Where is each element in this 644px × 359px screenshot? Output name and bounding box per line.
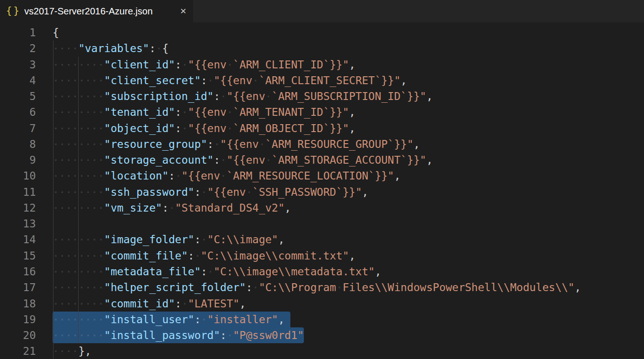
line-number[interactable]: 8 — [0, 136, 53, 152]
code-line[interactable]: 18········"commit_id":·"LATEST", — [0, 296, 644, 312]
code-line[interactable]: 6········"tenant_id":·"{{env·`ARM_TENANT… — [0, 104, 644, 120]
code-line-content: ········"commit_id":·"LATEST", — [53, 296, 246, 312]
code-line-content: ········"tenant_id":·"{{env·`ARM_TENANT_… — [53, 104, 356, 120]
tab-bar: {} vs2017-Server2016-Azure.json ✕ — [0, 0, 644, 22]
code-line-content: ········"storage_account":·"{{env·`ARM_S… — [53, 152, 433, 168]
code-line-content: ········"location":·"{{env·`ARM_RESOURCE… — [53, 168, 401, 184]
code-line[interactable]: 20········"install_password":·"P@ssw0rd1… — [0, 327, 644, 343]
code-line[interactable]: 11········"ssh_password":·"{{env·`SSH_PA… — [0, 184, 644, 200]
code-line-content: ········"resource_group":·"{{env·`ARM_RE… — [53, 136, 420, 152]
code-editor[interactable]: 1{2····"variables":·{3········"client_id… — [0, 22, 644, 359]
code-line-content: ········"image_folder":·"C:\\image", — [53, 232, 285, 247]
code-line-content: { — [53, 25, 59, 40]
code-line-content: ········"subscription_id":·"{{env·`ARM_S… — [53, 88, 433, 104]
code-line-content: ········"metadata_file":·"C:\\image\\met… — [53, 264, 381, 279]
code-line[interactable]: 3········"client_id":·"{{env·`ARM_CLIENT… — [0, 57, 644, 73]
tab-vs2017-server2016-azure-json[interactable]: {} vs2017-Server2016-Azure.json ✕ — [0, 0, 193, 22]
code-line[interactable]: 1{ — [0, 25, 644, 40]
code-line-content: ········"commit_file":·"C:\\image\\commi… — [53, 248, 356, 264]
code-line-content: ········"install_password":·"P@ssw0rd1" — [53, 327, 304, 343]
line-number[interactable]: 10 — [0, 168, 53, 184]
code-line[interactable]: 5········"subscription_id":·"{{env·`ARM_… — [0, 88, 644, 104]
line-number[interactable]: 18 — [0, 296, 53, 312]
line-number[interactable]: 2 — [0, 40, 53, 56]
code-line[interactable]: 15········"commit_file":·"C:\\image\\com… — [0, 248, 644, 264]
code-line-content: ········"ssh_password":·"{{env·`SSH_PASS… — [53, 184, 369, 200]
code-line[interactable]: 19········"install_user":·"installer", — [0, 312, 644, 327]
indent-guide-level-1 — [53, 40, 54, 359]
code-line[interactable]: 16········"metadata_file":·"C:\\image\\m… — [0, 264, 644, 279]
code-line-content: ········"install_user":·"installer", — [53, 312, 290, 327]
line-number[interactable]: 12 — [0, 200, 53, 216]
line-number[interactable]: 21 — [0, 343, 53, 359]
line-number[interactable]: 1 — [0, 25, 53, 40]
line-number[interactable]: 20 — [0, 327, 53, 343]
line-number[interactable]: 4 — [0, 73, 53, 88]
code-line-content: ········"client_id":·"{{env·`ARM_CLIENT_… — [53, 57, 356, 73]
line-number[interactable]: 3 — [0, 57, 53, 73]
line-number[interactable]: 16 — [0, 264, 53, 279]
code-line-content: ····"variables":·{ — [53, 40, 168, 56]
code-line-content: ········"object_id":·"{{env·`ARM_OBJECT_… — [53, 120, 356, 136]
code-area[interactable]: 1{2····"variables":·{3········"client_id… — [0, 22, 644, 359]
code-line[interactable]: 12········"vm_size":·"Standard_DS4_v2", — [0, 200, 644, 216]
code-line[interactable]: 14········"image_folder":·"C:\\image", — [0, 232, 644, 247]
line-number[interactable]: 6 — [0, 104, 53, 120]
code-line[interactable]: 9········"storage_account":·"{{env·`ARM_… — [0, 152, 644, 168]
indent-guide-level-2 — [78, 57, 79, 344]
line-number[interactable]: 7 — [0, 120, 53, 136]
code-line[interactable]: 13 — [0, 216, 644, 232]
code-line[interactable]: 17········"helper_script_folder":·"C:\\P… — [0, 279, 644, 295]
code-line-content: ········"vm_size":·"Standard_DS4_v2", — [53, 200, 291, 216]
vscode-window: {} vs2017-Server2016-Azure.json ✕ 1{2···… — [0, 0, 644, 359]
selection-highlight: ········"install_user":·"installer", — [53, 312, 290, 327]
close-icon[interactable]: ✕ — [180, 7, 187, 16]
selection-highlight: ········"install_password":·"P@ssw0rd1" — [53, 327, 304, 343]
code-line[interactable]: 8········"resource_group":·"{{env·`ARM_R… — [0, 136, 644, 152]
json-file-icon: {} — [6, 6, 20, 16]
code-line[interactable]: 10········"location":·"{{env·`ARM_RESOUR… — [0, 168, 644, 184]
tab-title: vs2017-Server2016-Azure.json — [24, 6, 153, 17]
code-line[interactable]: 7········"object_id":·"{{env·`ARM_OBJECT… — [0, 120, 644, 136]
line-number[interactable]: 11 — [0, 184, 53, 200]
code-line-content: ····}, — [53, 343, 91, 359]
code-line[interactable]: 2····"variables":·{ — [0, 40, 644, 56]
line-number[interactable]: 5 — [0, 88, 53, 104]
code-line-content: ········"helper_script_folder":·"C:\\Pro… — [53, 279, 581, 295]
code-line-content: ········"client_secret":·"{{env·`ARM_CLI… — [53, 73, 407, 88]
line-number[interactable]: 17 — [0, 279, 53, 295]
code-line[interactable]: 21····}, — [0, 343, 644, 359]
line-number[interactable]: 15 — [0, 248, 53, 264]
line-number[interactable]: 13 — [0, 216, 53, 232]
line-number[interactable]: 9 — [0, 152, 53, 168]
code-line[interactable]: 4········"client_secret":·"{{env·`ARM_CL… — [0, 73, 644, 88]
line-number[interactable]: 19 — [0, 312, 53, 327]
line-number[interactable]: 14 — [0, 232, 53, 247]
